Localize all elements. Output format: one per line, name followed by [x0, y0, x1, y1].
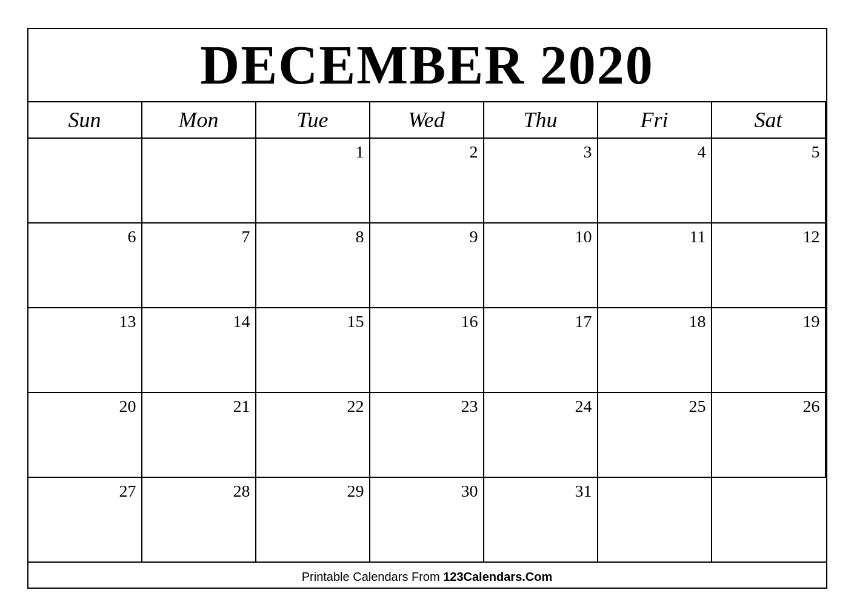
calendar-container: DECEMBER 2020 SunMonTueWedThuFriSat12345…	[27, 28, 827, 589]
day-number-19: 19	[803, 312, 820, 331]
day-cell-19: 19	[712, 308, 826, 393]
day-cell-14: 14	[142, 308, 256, 393]
day-header-thu: Thu	[484, 102, 598, 139]
day-number-31: 31	[575, 482, 592, 501]
footer-link: 123Calendars.Com	[443, 570, 552, 583]
calendar-grid: SunMonTueWedThuFriSat1234567891011121314…	[28, 102, 826, 563]
day-number-15: 15	[347, 312, 364, 331]
calendar-footer: Printable Calendars From 123Calendars.Co…	[28, 563, 826, 588]
day-header-mon: Mon	[142, 102, 256, 139]
day-cell-5: 5	[712, 139, 826, 224]
day-number-14: 14	[233, 312, 250, 331]
day-header-tue: Tue	[256, 102, 370, 139]
day-number-25: 25	[689, 397, 706, 416]
day-header-wed: Wed	[370, 102, 484, 139]
day-number-3: 3	[584, 142, 592, 162]
day-number-23: 23	[461, 397, 478, 416]
day-cell-30: 30	[370, 478, 484, 563]
day-number-18: 18	[689, 312, 706, 331]
day-cell-13: 13	[28, 308, 142, 393]
day-number-28: 28	[233, 482, 250, 501]
day-number-12: 12	[803, 227, 820, 247]
day-cell-12: 12	[712, 224, 826, 308]
day-number-9: 9	[470, 227, 478, 247]
day-cell-10: 10	[484, 224, 598, 308]
day-cell-26: 26	[712, 393, 826, 478]
day-header-fri: Fri	[598, 102, 712, 139]
day-cell-empty-w0d1	[142, 139, 256, 224]
day-cell-empty-w4d6	[712, 478, 826, 563]
day-number-27: 27	[119, 482, 136, 501]
day-number-22: 22	[347, 397, 364, 416]
day-cell-15: 15	[256, 308, 370, 393]
day-number-6: 6	[128, 227, 136, 247]
day-number-11: 11	[690, 227, 706, 247]
day-number-21: 21	[233, 397, 250, 416]
day-number-29: 29	[347, 482, 364, 501]
day-number-20: 20	[119, 397, 136, 416]
day-cell-empty-w4d5	[598, 478, 712, 563]
day-cell-2: 2	[370, 139, 484, 224]
day-header-sun: Sun	[28, 102, 142, 139]
day-cell-27: 27	[28, 478, 142, 563]
day-cell-16: 16	[370, 308, 484, 393]
day-cell-6: 6	[28, 224, 142, 308]
day-number-1: 1	[356, 142, 364, 162]
calendar-title: DECEMBER 2020	[28, 29, 826, 102]
footer-text: Printable Calendars From	[302, 570, 443, 583]
day-cell-25: 25	[598, 393, 712, 478]
day-cell-29: 29	[256, 478, 370, 563]
day-cell-24: 24	[484, 393, 598, 478]
calendar-wrapper: DECEMBER 2020 SunMonTueWedThuFriSat12345…	[15, 16, 839, 601]
day-cell-11: 11	[598, 224, 712, 308]
day-number-5: 5	[812, 142, 820, 162]
day-number-4: 4	[698, 142, 706, 162]
day-cell-4: 4	[598, 139, 712, 224]
day-cell-21: 21	[142, 393, 256, 478]
day-number-17: 17	[575, 312, 592, 331]
day-cell-9: 9	[370, 224, 484, 308]
day-cell-20: 20	[28, 393, 142, 478]
day-cell-8: 8	[256, 224, 370, 308]
day-cell-1: 1	[256, 139, 370, 224]
day-number-24: 24	[575, 397, 592, 416]
day-header-sat: Sat	[712, 102, 826, 139]
day-number-26: 26	[803, 397, 820, 416]
day-cell-22: 22	[256, 393, 370, 478]
day-number-7: 7	[242, 227, 250, 247]
day-cell-17: 17	[484, 308, 598, 393]
day-number-30: 30	[461, 482, 478, 501]
day-cell-7: 7	[142, 224, 256, 308]
day-cell-28: 28	[142, 478, 256, 563]
day-cell-18: 18	[598, 308, 712, 393]
day-cell-3: 3	[484, 139, 598, 224]
day-number-8: 8	[356, 227, 364, 247]
day-number-13: 13	[119, 312, 136, 331]
day-cell-31: 31	[484, 478, 598, 563]
day-cell-23: 23	[370, 393, 484, 478]
day-number-10: 10	[575, 227, 592, 247]
day-cell-empty-w0d0	[28, 139, 142, 224]
day-number-2: 2	[470, 142, 478, 162]
day-number-16: 16	[461, 312, 478, 331]
